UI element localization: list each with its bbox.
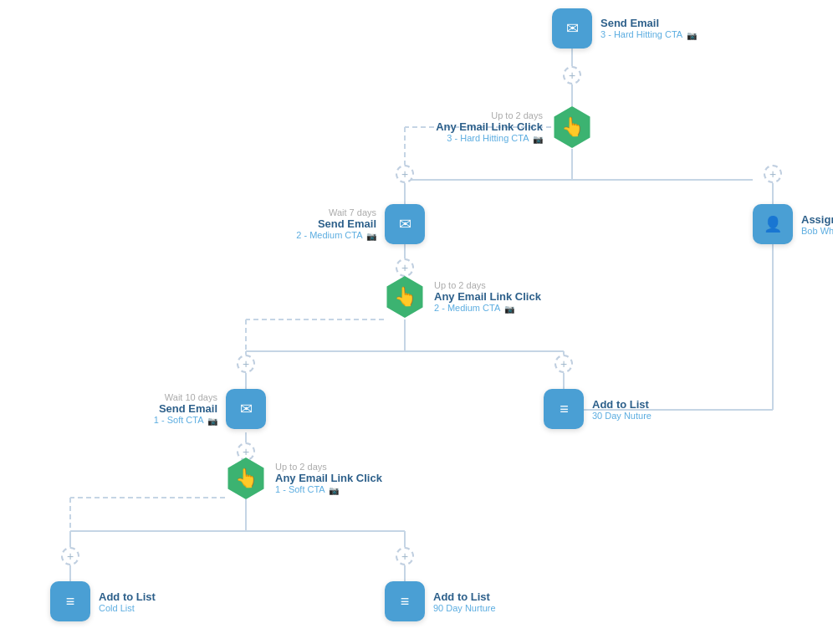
send-email-1-title: Send Email: [154, 402, 217, 415]
camera-icon-2: 📷: [533, 135, 543, 144]
workflow-canvas: Send Email 3 - Hard Hitting CTA 📷 ✉ + Up…: [0, 0, 833, 644]
connector-lines: [0, 0, 833, 644]
send-email-1-box[interactable]: ✉: [226, 389, 266, 429]
email-click-1-hex[interactable]: 👆: [225, 457, 267, 499]
send-email-1-wait: Wait 10 days: [154, 392, 217, 402]
add-to-90-list-sub: 90 Day Nurture: [433, 603, 496, 613]
email-click-3-node: Up to 2 days Any Email Link Click 3 - Ha…: [551, 106, 593, 148]
send-email-3-node[interactable]: Send Email 3 - Hard Hitting CTA 📷 ✉: [552, 8, 592, 49]
email-click-2-title: Any Email Link Click: [434, 290, 541, 303]
email-click-1-node: Up to 2 days Any Email Link Click 1 - So…: [225, 457, 267, 499]
add-to-list-30-box[interactable]: ≡: [544, 389, 584, 429]
add-to-list-30-sub: 30 Day Nuture: [592, 411, 652, 421]
add-to-cold-list-sub: Cold List: [99, 603, 156, 613]
plus-btn-8[interactable]: +: [396, 547, 414, 565]
add-to-list-30-title: Add to List: [592, 398, 652, 411]
send-email-2-node[interactable]: Wait 7 days Send Email 2 - Medium CTA 📷 …: [385, 204, 425, 244]
assign-user-sub: Bob Wholesaler: [801, 226, 833, 236]
plus-btn-1[interactable]: +: [563, 66, 581, 84]
send-email-1-node[interactable]: Wait 10 days Send Email 1 - Soft CTA 📷 ✉: [226, 389, 266, 429]
email-click-3-hex[interactable]: 👆: [551, 106, 593, 148]
plus-btn-7[interactable]: +: [61, 547, 79, 565]
add-to-90-list-node[interactable]: Add to List 90 Day Nurture ≡: [385, 581, 425, 621]
plus-btn-right-1[interactable]: +: [764, 165, 782, 183]
add-to-list-30-node[interactable]: Add to List 30 Day Nuture ≡: [544, 389, 584, 429]
plus-btn-3[interactable]: +: [396, 258, 414, 277]
email-click-3-wait: Up to 2 days: [436, 110, 543, 120]
send-email-2-title: Send Email: [296, 217, 376, 230]
email-click-2-wait: Up to 2 days: [434, 280, 541, 290]
email-click-1-sub: 1 - Soft CTA 📷: [275, 484, 382, 494]
email-click-2-sub: 2 - Medium CTA 📷: [434, 303, 541, 313]
email-click-3-sub: 3 - Hard Hitting CTA 📷: [436, 133, 543, 143]
assign-user-title: Assign to User: [801, 213, 833, 226]
camera-icon-4: 📷: [504, 305, 514, 314]
add-to-cold-list-box[interactable]: ≡: [50, 581, 90, 621]
camera-icon-5: 📷: [207, 417, 217, 426]
send-email-2-box[interactable]: ✉: [385, 204, 425, 244]
email-click-1-title: Any Email Link Click: [275, 472, 382, 484]
camera-icon: 📷: [687, 32, 697, 40]
assign-user-box[interactable]: 👤: [753, 204, 793, 244]
assign-user-node[interactable]: Assign to User Bob Wholesaler 👤: [753, 204, 793, 244]
send-email-2-wait: Wait 7 days: [296, 207, 376, 217]
add-to-90-list-box[interactable]: ≡: [385, 581, 425, 621]
email-click-1-wait: Up to 2 days: [275, 462, 382, 472]
email-click-2-hex[interactable]: 👆: [384, 276, 426, 318]
camera-icon-3: 📷: [366, 233, 376, 241]
send-email-1-sub: 1 - Soft CTA 📷: [154, 415, 217, 425]
send-email-3-box[interactable]: ✉: [552, 8, 592, 49]
send-email-2-sub: 2 - Medium CTA 📷: [296, 230, 376, 240]
plus-btn-5[interactable]: +: [554, 355, 573, 373]
plus-btn-2[interactable]: +: [396, 165, 414, 183]
email-click-2-node: Up to 2 days Any Email Link Click 2 - Me…: [384, 276, 426, 318]
add-to-90-list-title: Add to List: [433, 590, 496, 603]
send-email-3-title: Send Email: [600, 17, 697, 29]
add-to-cold-list-title: Add to List: [99, 590, 156, 603]
plus-btn-4[interactable]: +: [237, 355, 255, 373]
camera-icon-6: 📷: [329, 487, 339, 495]
add-to-cold-list-node[interactable]: Add to List Cold List ≡: [50, 581, 90, 621]
send-email-3-sub: 3 - Hard Hitting CTA 📷: [600, 29, 697, 39]
email-click-3-title: Any Email Link Click: [436, 120, 543, 133]
